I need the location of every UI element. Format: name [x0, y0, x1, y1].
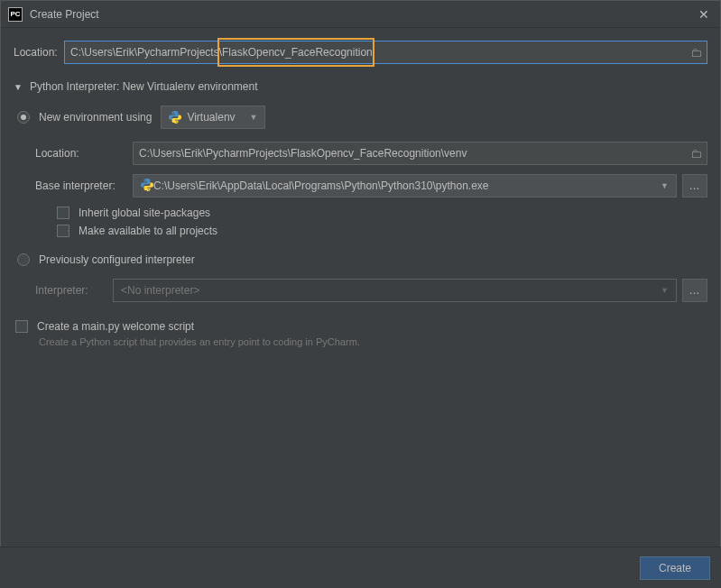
prev-interpreter-text: <No interpreter> — [121, 284, 199, 297]
app-icon: PC — [8, 7, 23, 22]
browse-prev-interpreter-button[interactable]: … — [682, 279, 707, 302]
new-env-label: New environment using — [39, 111, 152, 124]
welcome-label: Create a main.py welcome script — [37, 320, 194, 333]
welcome-checkbox[interactable] — [15, 320, 28, 333]
folder-icon[interactable]: 🗀 — [690, 147, 702, 161]
location-row: Location: 🗀 — [14, 41, 707, 64]
prev-interpreter-row: Interpreter: <No interpreter> ▼ … — [35, 279, 707, 302]
base-interpreter-text: C:\Users\Erik\AppData\Local\Programs\Pyt… — [153, 179, 489, 192]
base-interpreter-select[interactable]: C:\Users\Erik\AppData\Local\Programs\Pyt… — [133, 174, 677, 198]
caret-down-icon: ▼ — [661, 286, 669, 295]
make-available-checkbox[interactable] — [57, 225, 69, 237]
prev-env-label: Previously configured interpreter — [39, 253, 195, 266]
caret-down-icon: ▼ — [249, 113, 257, 122]
new-env-radio[interactable] — [17, 111, 30, 124]
base-interpreter-row: Base interpreter: C:\Users\Erik\AppData\… — [35, 174, 707, 198]
python-icon — [169, 111, 181, 124]
caret-down-icon: ▼ — [661, 181, 669, 190]
env-tool-text: Virtualenv — [187, 111, 240, 124]
interpreter-section-header[interactable]: ▼ Python Interpreter: New Virtualenv env… — [14, 80, 707, 93]
window-title: Create Project — [30, 8, 695, 21]
location-label: Location: — [14, 46, 64, 59]
chevron-down-icon: ▼ — [14, 82, 23, 92]
inherit-checkbox-row[interactable]: Inherit global site-packages — [57, 207, 707, 219]
browse-interpreter-button[interactable]: … — [682, 174, 707, 198]
prev-interpreter-select: <No interpreter> ▼ — [113, 279, 677, 302]
env-location-label: Location: — [35, 147, 133, 160]
env-location-input[interactable] — [133, 142, 707, 165]
make-available-checkbox-row[interactable]: Make available to all projects — [57, 225, 707, 237]
footer: Create — [0, 547, 721, 588]
folder-icon[interactable]: 🗀 — [690, 46, 702, 60]
create-button[interactable]: Create — [640, 556, 710, 580]
prev-interpreter-label: Interpreter: — [35, 284, 107, 297]
welcome-description: Create a Python script that provides an … — [39, 336, 707, 347]
titlebar: PC Create Project ✕ — [1, 1, 720, 28]
make-available-label: Make available to all projects — [79, 225, 217, 237]
project-location-input[interactable] — [64, 41, 707, 64]
env-location-row: Location: 🗀 — [35, 142, 707, 165]
inherit-checkbox[interactable] — [57, 207, 69, 219]
python-icon — [141, 179, 153, 194]
base-interpreter-label: Base interpreter: — [35, 179, 133, 192]
inherit-label: Inherit global site-packages — [79, 207, 210, 219]
prev-env-radio[interactable] — [17, 253, 30, 266]
prev-env-radio-row[interactable]: Previously configured interpreter — [17, 253, 707, 266]
welcome-checkbox-row[interactable]: Create a main.py welcome script — [15, 320, 707, 333]
interpreter-header-label: Python Interpreter: New Virtualenv envir… — [30, 80, 258, 93]
env-tool-select[interactable]: Virtualenv ▼ — [161, 106, 265, 129]
new-env-radio-row[interactable]: New environment using Virtualenv ▼ — [17, 106, 707, 129]
close-icon[interactable]: ✕ — [695, 7, 713, 22]
